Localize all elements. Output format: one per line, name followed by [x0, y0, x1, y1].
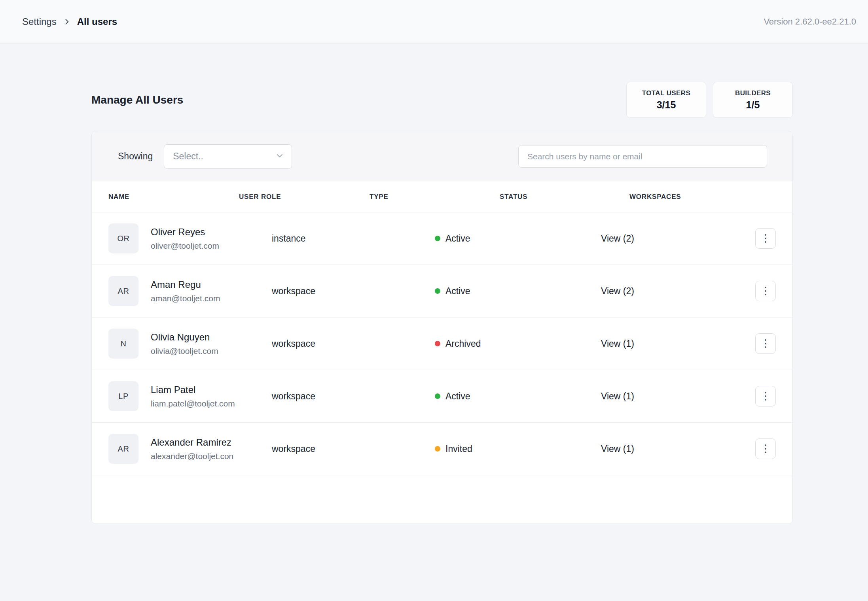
user-email: oliver@tooljet.com — [151, 241, 219, 251]
table-header-row: NAME USER ROLE TYPE STATUS WORKSPACES — [92, 181, 792, 212]
user-status-cell: Invited — [435, 444, 601, 454]
avatar: OR — [108, 223, 138, 253]
kebab-dot-icon — [765, 346, 766, 348]
user-role-cell: instance — [272, 233, 370, 244]
user-name: Liam Patel — [151, 384, 235, 395]
breadcrumb-settings[interactable]: Settings — [22, 16, 57, 27]
row-actions — [755, 281, 776, 301]
page-title: Manage All Users — [91, 94, 183, 106]
name-block: Aman Regu aman@tooljet.com — [151, 279, 220, 303]
user-status-cell: Archived — [435, 338, 601, 349]
status-label: Active — [445, 391, 470, 402]
workspaces-view-link[interactable]: View (1) — [601, 391, 751, 402]
user-role-cell: workspace — [272, 391, 370, 402]
table-row: LP Liam Patel liam.patel@tooljet.com wor… — [92, 370, 792, 423]
kebab-dot-icon — [765, 290, 766, 292]
column-header-status: STATUS — [500, 193, 629, 201]
status-dot-icon — [435, 446, 440, 452]
name-block: Alexander Ramirez alexander@tooljet.con — [151, 437, 233, 461]
status-dot-icon — [435, 236, 440, 241]
kebab-dot-icon — [765, 343, 766, 344]
status-label: Active — [445, 233, 470, 244]
row-actions — [755, 228, 776, 249]
stat-builders-value: 1/5 — [746, 99, 760, 111]
user-role-cell: workspace — [272, 286, 370, 297]
stat-total-users-value: 3/15 — [657, 99, 676, 111]
row-actions — [755, 333, 776, 354]
row-actions — [755, 386, 776, 406]
workspaces-view-link[interactable]: View (2) — [601, 286, 751, 297]
column-header-user-role: USER ROLE — [239, 193, 370, 201]
status-dot-icon — [435, 341, 440, 346]
showing-label: Showing — [118, 151, 153, 162]
user-role-cell: workspace — [272, 338, 370, 349]
user-name: Oliver Reyes — [151, 227, 219, 238]
avatar: AR — [108, 434, 138, 464]
user-role-cell: workspace — [272, 444, 370, 454]
user-status-cell: Active — [435, 286, 601, 297]
kebab-dot-icon — [765, 234, 766, 236]
table-body: OR Oliver Reyes oliver@tooljet.com insta… — [92, 212, 792, 475]
showing-select-value: Select.. — [173, 151, 203, 162]
user-name-cell: OR Oliver Reyes oliver@tooljet.com — [108, 223, 272, 253]
column-header-workspaces: WORKSPACES — [629, 193, 776, 201]
status-label: Archived — [445, 338, 481, 349]
stat-builders: BUILDERS 1/5 — [713, 82, 793, 118]
workspaces-view-link[interactable]: View (2) — [601, 233, 751, 244]
name-block: Oliver Reyes oliver@tooljet.com — [151, 227, 219, 251]
kebab-dot-icon — [765, 452, 766, 453]
stat-builders-label: BUILDERS — [735, 89, 771, 97]
kebab-dot-icon — [765, 399, 766, 401]
kebab-dot-icon — [765, 392, 766, 393]
user-email: alexander@tooljet.con — [151, 452, 233, 461]
kebab-dot-icon — [765, 448, 766, 450]
kebab-dot-icon — [765, 339, 766, 341]
kebab-menu-button[interactable] — [755, 281, 776, 301]
stats-cards: TOTAL USERS 3/15 BUILDERS 1/5 — [626, 82, 793, 118]
kebab-menu-button[interactable] — [755, 386, 776, 406]
chevron-right-icon — [63, 18, 71, 26]
avatar: AR — [108, 276, 138, 306]
kebab-menu-button[interactable] — [755, 438, 776, 459]
user-name: Alexander Ramirez — [151, 437, 233, 448]
status-dot-icon — [435, 393, 440, 399]
topbar: Settings All users Version 2.62.0-ee2.21… — [0, 0, 868, 44]
workspaces-view-link[interactable]: View (1) — [601, 444, 751, 454]
breadcrumb-all-users: All users — [77, 16, 117, 27]
showing-select[interactable]: Select.. — [164, 144, 292, 169]
breadcrumb: Settings All users — [22, 16, 117, 27]
status-label: Active — [445, 286, 470, 297]
name-block: Liam Patel liam.patel@tooljet.com — [151, 384, 235, 408]
user-name-cell: LP Liam Patel liam.patel@tooljet.com — [108, 381, 272, 411]
user-status-cell: Active — [435, 233, 601, 244]
kebab-dot-icon — [765, 444, 766, 446]
filter-row: Showing Select.. — [92, 131, 792, 181]
page-header: Manage All Users TOTAL USERS 3/15 BUILDE… — [91, 82, 793, 118]
status-label: Invited — [445, 444, 472, 454]
users-card: Showing Select.. NAME USER ROLE TYPE STA… — [91, 131, 793, 524]
kebab-dot-icon — [765, 395, 766, 397]
column-header-type: TYPE — [370, 193, 500, 201]
name-block: Olivia Nguyen olivia@tooljet.com — [151, 332, 218, 356]
kebab-dot-icon — [765, 294, 766, 295]
user-name: Olivia Nguyen — [151, 332, 218, 343]
stat-total-users-label: TOTAL USERS — [642, 89, 690, 97]
stat-total-users: TOTAL USERS 3/15 — [626, 82, 706, 118]
kebab-dot-icon — [765, 287, 766, 288]
user-email: olivia@tooljet.com — [151, 346, 218, 356]
table-row: AR Aman Regu aman@tooljet.com workspace … — [92, 265, 792, 318]
user-name-cell: N Olivia Nguyen olivia@tooljet.com — [108, 329, 272, 359]
search-input[interactable] — [518, 145, 767, 168]
kebab-menu-button[interactable] — [755, 228, 776, 249]
user-email: aman@tooljet.com — [151, 294, 220, 303]
kebab-dot-icon — [765, 241, 766, 243]
table-row: N Olivia Nguyen olivia@tooljet.com works… — [92, 318, 792, 370]
user-name-cell: AR Alexander Ramirez alexander@tooljet.c… — [108, 434, 272, 464]
user-email: liam.patel@tooljet.com — [151, 399, 235, 408]
user-name-cell: AR Aman Regu aman@tooljet.com — [108, 276, 272, 306]
users-table: NAME USER ROLE TYPE STATUS WORKSPACES OR… — [92, 181, 792, 475]
avatar: LP — [108, 381, 138, 411]
kebab-dot-icon — [765, 238, 766, 239]
kebab-menu-button[interactable] — [755, 333, 776, 354]
workspaces-view-link[interactable]: View (1) — [601, 338, 751, 349]
